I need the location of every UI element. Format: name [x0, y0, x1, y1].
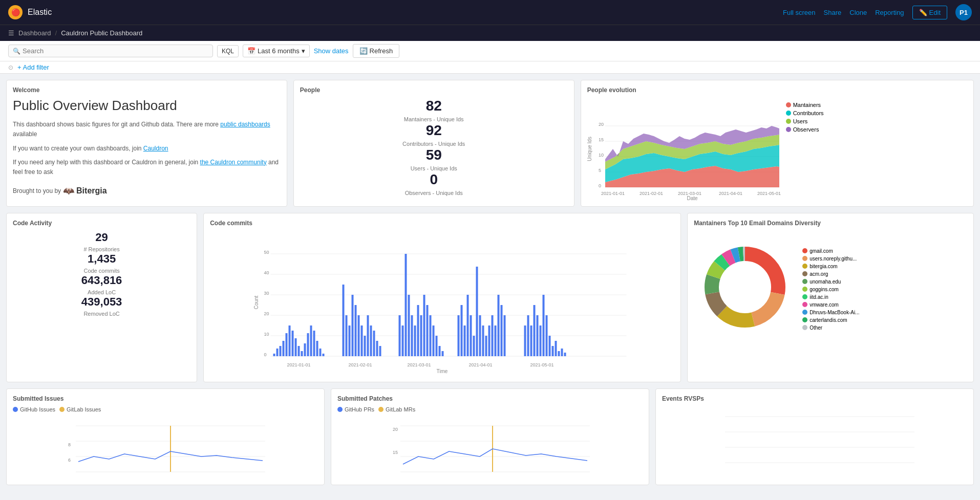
svg-rect-97: [543, 295, 545, 356]
cauldron-link[interactable]: Cauldron: [143, 145, 168, 152]
legend-label-mantainers: Mantainers: [793, 102, 821, 108]
legend-users: Users: [786, 118, 832, 124]
svg-text:2021-05-01: 2021-05-01: [530, 362, 554, 367]
svg-rect-52: [358, 315, 360, 356]
svg-text:20: 20: [264, 311, 269, 316]
svg-text:Time: Time: [437, 368, 448, 374]
svg-rect-103: [561, 349, 563, 356]
svg-rect-61: [402, 325, 404, 356]
ll-unomaha: unomaha.edu: [809, 279, 841, 285]
user-avatar[interactable]: P1: [955, 4, 972, 20]
brought-by-label: Brought to you by: [13, 187, 61, 194]
events-rvsps-title: Events RVSPs: [662, 395, 967, 402]
top-nav: 🔴 Elastic Full screen Share Clone Report…: [0, 0, 980, 25]
date-range-label: Last 6 months: [258, 47, 300, 55]
chevron-down-icon: ▾: [302, 47, 305, 55]
search-input[interactable]: [23, 47, 208, 55]
svg-text:40: 40: [264, 270, 269, 275]
stat-contributors: 92 Contributors - Unique Ids: [300, 122, 568, 147]
hamburger-icon[interactable]: ☰: [8, 29, 14, 37]
ld-gh-issues: [13, 407, 18, 412]
breadcrumb-bar: ☰ Dashboard / Cauldron Public Dashboard: [0, 25, 980, 41]
svg-text:2021-03-01: 2021-03-01: [408, 362, 431, 367]
svg-rect-36: [292, 331, 294, 356]
submitted-issues-chart: 8 6: [13, 416, 318, 477]
svg-text:2021-01-01: 2021-01-01: [601, 191, 625, 196]
fullscreen-link[interactable]: Full screen: [783, 9, 816, 16]
svg-text:5: 5: [599, 168, 601, 173]
code-commits-title: Code commits: [210, 220, 674, 227]
people-title: People: [300, 86, 568, 94]
public-dashboards-link[interactable]: public dashboards: [220, 121, 270, 128]
legend-observers: Observers: [786, 126, 832, 133]
svg-rect-43: [313, 331, 315, 356]
svg-rect-85: [488, 325, 491, 356]
clone-link[interactable]: Clone: [849, 9, 867, 16]
kql-badge[interactable]: KQL: [217, 45, 239, 57]
ll-gl-issues: GitLab Issues: [67, 406, 101, 412]
svg-rect-60: [399, 315, 401, 356]
share-link[interactable]: Share: [824, 9, 842, 16]
svg-text:2021-04-01: 2021-04-01: [469, 362, 493, 367]
svg-text:0: 0: [599, 183, 601, 188]
legend-mantainers: Mantainers: [786, 102, 832, 108]
svg-text:Unique Ids: Unique Ids: [587, 137, 592, 161]
submitted-patches-panel: Submitted Patches GitHub PRs GitLab MRs …: [331, 388, 649, 485]
ll-goggins: goggins.com: [809, 287, 839, 292]
legend-carter: carterlandis.com: [802, 317, 859, 323]
refresh-button[interactable]: 🔄 Refresh: [353, 44, 400, 58]
events-rvsps-chart: [662, 406, 967, 468]
breadcrumb-dashboard[interactable]: Dashboard: [18, 29, 51, 37]
svg-rect-37: [295, 338, 297, 356]
app-logo: 🔴: [8, 5, 23, 19]
svg-text:2021-02-01: 2021-02-01: [349, 362, 372, 367]
svg-rect-59: [379, 346, 381, 356]
svg-text:6: 6: [68, 458, 71, 463]
edit-button[interactable]: ✏️ Edit: [912, 6, 947, 19]
svg-rect-34: [286, 333, 288, 356]
calendar-icon: 📅: [247, 47, 255, 55]
code-commits-panel: Code commits Count 0 10 20 30 40 50: [203, 213, 681, 382]
svg-rect-30: [273, 354, 275, 356]
code-activity-panel: Code Activity 29 # Repositories 1,435 Co…: [6, 213, 197, 382]
stat-contributors-label: Contributors - Unique Ids: [300, 141, 568, 147]
svg-text:8: 8: [68, 442, 71, 447]
stat-removed-loc-label: Removed LoC: [13, 311, 190, 317]
cauldron-community-link[interactable]: the Cauldron community: [200, 159, 267, 166]
svg-rect-63: [408, 295, 410, 356]
ld-goggins: [802, 287, 807, 292]
date-picker[interactable]: 📅 Last 6 months ▾: [243, 45, 310, 57]
stat-observers-label: Observers - Unique Ids: [300, 190, 568, 196]
email-domains-panel: Mantainers Top 10 Email Domains Diversit…: [687, 213, 974, 382]
show-dates-button[interactable]: Show dates: [314, 47, 349, 55]
dashboard: Welcome Public Overview Dashboard This d…: [0, 74, 980, 491]
svg-rect-80: [473, 336, 475, 356]
svg-text:20: 20: [599, 122, 604, 127]
reporting-link[interactable]: Reporting: [875, 9, 904, 16]
legend-iitd: iitd.ac.in: [802, 294, 859, 300]
stat-observers-value: 0: [300, 171, 568, 188]
svg-text:50: 50: [264, 250, 269, 255]
svg-text:15: 15: [393, 450, 398, 455]
add-filter-button[interactable]: + Add filter: [17, 63, 49, 71]
ld-bitergia: [802, 264, 807, 269]
svg-rect-39: [301, 351, 303, 356]
search-area[interactable]: 🔍: [8, 45, 213, 57]
legend-gmail: gmail.com: [802, 248, 859, 254]
ll-gl-mrs: GitLab MRs: [386, 406, 415, 412]
svg-rect-38: [298, 346, 300, 356]
ll-gh-issues: GitHub Issues: [20, 406, 55, 412]
people-evo-chart: Unique Ids 0 5 10 15 20: [587, 98, 782, 200]
svg-rect-49: [349, 325, 351, 356]
people-evolution-panel: People evolution Unique Ids 0 5 10 15 20: [581, 80, 974, 207]
legend-gl-mrs: GitLab MRs: [378, 406, 415, 412]
svg-text:10: 10: [599, 153, 604, 158]
svg-rect-62: [405, 254, 407, 356]
submitted-issues-legend: GitHub Issues GitLab Issues: [13, 406, 318, 412]
ld-other: [802, 325, 807, 330]
svg-rect-70: [430, 315, 432, 356]
app-title: Elastic: [28, 8, 783, 17]
svg-rect-100: [552, 346, 554, 356]
email-domains-chart: gmail.com users.noreply.githu... bitergi…: [694, 231, 967, 343]
svg-text:20: 20: [393, 427, 398, 432]
